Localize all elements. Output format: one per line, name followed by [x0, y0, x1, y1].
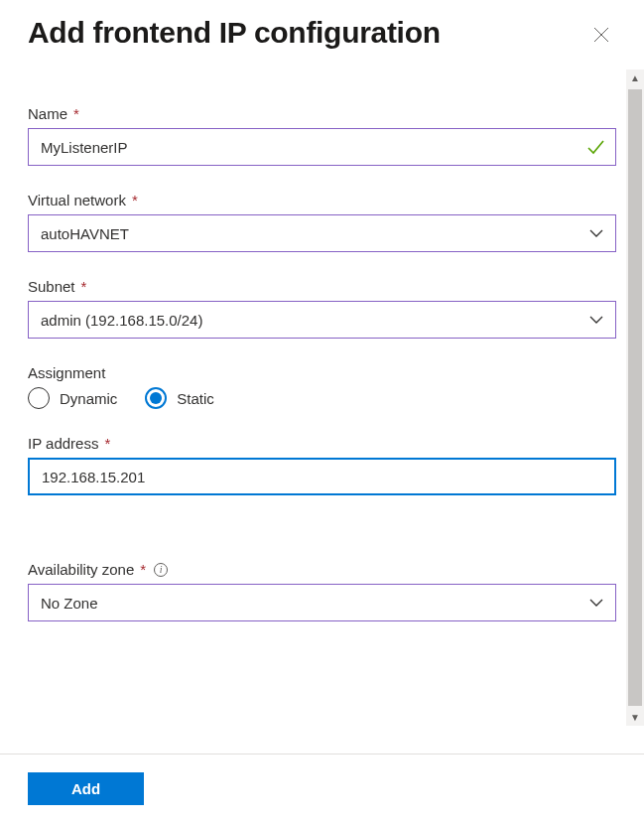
zone-label: Availability zone	[28, 561, 134, 578]
scroll-down-icon: ▼	[630, 709, 640, 726]
required-star: *	[104, 435, 110, 452]
chevron-down-icon	[587, 594, 605, 612]
subnet-value: admin (192.168.15.0/24)	[41, 312, 202, 329]
assignment-radio-static[interactable]: Static	[145, 387, 214, 409]
footer: Add	[0, 754, 644, 823]
radio-label-dynamic: Dynamic	[60, 390, 117, 407]
required-star: *	[81, 278, 87, 295]
name-label: Name	[28, 105, 67, 122]
required-star: *	[73, 105, 79, 122]
chevron-down-icon	[587, 224, 605, 242]
page-title: Add frontend IP configuration	[28, 16, 441, 50]
chevron-down-icon	[587, 311, 605, 329]
close-button[interactable]	[586, 20, 616, 53]
radio-icon	[145, 387, 167, 409]
zone-value: No Zone	[41, 595, 98, 612]
vnet-value: autoHAVNET	[41, 225, 129, 242]
scroll-thumb[interactable]	[628, 89, 642, 706]
info-icon[interactable]: i	[154, 563, 168, 577]
checkmark-icon	[585, 137, 605, 157]
ip-input[interactable]	[42, 469, 602, 485]
vnet-label: Virtual network	[28, 192, 126, 208]
name-input[interactable]	[41, 139, 603, 156]
form-scroll-area: Name * Virtual network * autoHAVNET Subn…	[0, 69, 626, 726]
radio-icon	[28, 387, 50, 409]
subnet-select[interactable]: admin (192.168.15.0/24)	[28, 301, 616, 339]
assignment-label: Assignment	[28, 364, 105, 381]
scrollbar[interactable]: ▲ ▼	[626, 69, 644, 726]
ip-label: IP address	[28, 435, 98, 452]
required-star: *	[132, 192, 138, 208]
scroll-up-icon: ▲	[630, 69, 640, 86]
assignment-radio-dynamic[interactable]: Dynamic	[28, 387, 117, 409]
add-button[interactable]: Add	[28, 772, 144, 805]
close-icon	[592, 32, 610, 47]
subnet-label: Subnet	[28, 278, 75, 295]
ip-field[interactable]	[28, 458, 616, 495]
zone-select[interactable]: No Zone	[28, 584, 616, 621]
radio-label-static: Static	[177, 390, 214, 407]
required-star: *	[140, 561, 146, 578]
name-field[interactable]	[28, 128, 616, 166]
vnet-select[interactable]: autoHAVNET	[28, 214, 616, 252]
